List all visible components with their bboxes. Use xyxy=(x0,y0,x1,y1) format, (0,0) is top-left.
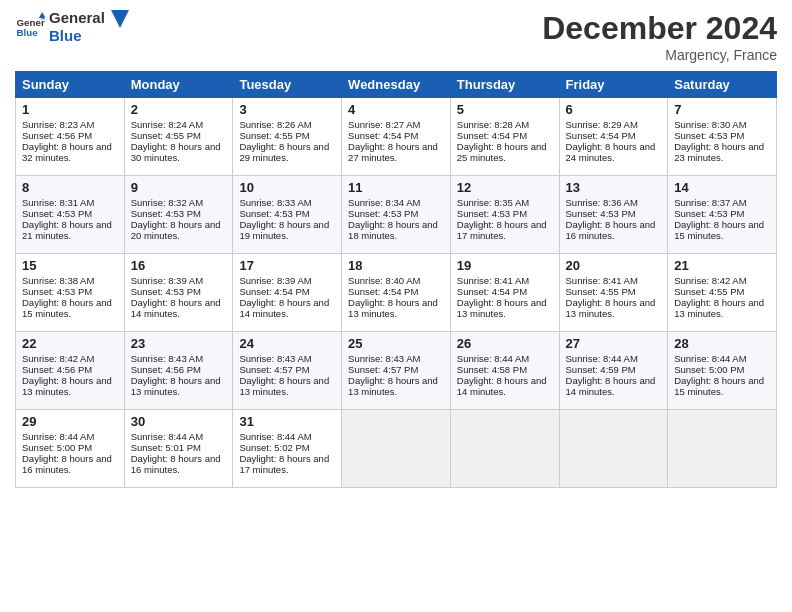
day-cell: 2 Sunrise: 8:24 AM Sunset: 4:55 PM Dayli… xyxy=(124,98,233,176)
daylight-label: Daylight: 8 hours and 25 minutes. xyxy=(457,141,547,163)
daylight-label: Daylight: 8 hours and 14 minutes. xyxy=(239,297,329,319)
sunset-label: Sunset: 4:54 PM xyxy=(457,130,527,141)
day-cell xyxy=(559,410,668,488)
day-number: 6 xyxy=(566,102,662,117)
svg-text:Blue: Blue xyxy=(17,27,39,38)
daylight-label: Daylight: 8 hours and 23 minutes. xyxy=(674,141,764,163)
sunrise-label: Sunrise: 8:44 AM xyxy=(239,431,311,442)
sunrise-label: Sunrise: 8:27 AM xyxy=(348,119,420,130)
daylight-label: Daylight: 8 hours and 20 minutes. xyxy=(131,219,221,241)
sunset-label: Sunset: 4:53 PM xyxy=(239,208,309,219)
daylight-label: Daylight: 8 hours and 15 minutes. xyxy=(674,375,764,397)
day-cell: 4 Sunrise: 8:27 AM Sunset: 4:54 PM Dayli… xyxy=(342,98,451,176)
day-cell: 14 Sunrise: 8:37 AM Sunset: 4:53 PM Dayl… xyxy=(668,176,777,254)
day-number: 24 xyxy=(239,336,335,351)
daylight-label: Daylight: 8 hours and 30 minutes. xyxy=(131,141,221,163)
day-number: 2 xyxy=(131,102,227,117)
logo-icon: General Blue xyxy=(15,12,45,42)
sunset-label: Sunset: 4:55 PM xyxy=(566,286,636,297)
day-number: 3 xyxy=(239,102,335,117)
sunset-label: Sunset: 4:53 PM xyxy=(566,208,636,219)
day-number: 12 xyxy=(457,180,553,195)
day-cell: 16 Sunrise: 8:39 AM Sunset: 4:53 PM Dayl… xyxy=(124,254,233,332)
daylight-label: Daylight: 8 hours and 24 minutes. xyxy=(566,141,656,163)
sunrise-label: Sunrise: 8:28 AM xyxy=(457,119,529,130)
sunset-label: Sunset: 4:56 PM xyxy=(22,130,92,141)
title-block: December 2024 Margency, France xyxy=(542,10,777,63)
sunrise-label: Sunrise: 8:37 AM xyxy=(674,197,746,208)
sunrise-label: Sunrise: 8:40 AM xyxy=(348,275,420,286)
day-cell: 28 Sunrise: 8:44 AM Sunset: 5:00 PM Dayl… xyxy=(668,332,777,410)
day-cell: 13 Sunrise: 8:36 AM Sunset: 4:53 PM Dayl… xyxy=(559,176,668,254)
day-cell: 3 Sunrise: 8:26 AM Sunset: 4:55 PM Dayli… xyxy=(233,98,342,176)
daylight-label: Daylight: 8 hours and 13 minutes. xyxy=(239,375,329,397)
sunset-label: Sunset: 4:53 PM xyxy=(22,286,92,297)
sunrise-label: Sunrise: 8:43 AM xyxy=(131,353,203,364)
sunrise-label: Sunrise: 8:44 AM xyxy=(566,353,638,364)
day-cell: 17 Sunrise: 8:39 AM Sunset: 4:54 PM Dayl… xyxy=(233,254,342,332)
day-number: 26 xyxy=(457,336,553,351)
sunset-label: Sunset: 4:53 PM xyxy=(131,286,201,297)
sunrise-label: Sunrise: 8:34 AM xyxy=(348,197,420,208)
day-cell: 10 Sunrise: 8:33 AM Sunset: 4:53 PM Dayl… xyxy=(233,176,342,254)
day-number: 25 xyxy=(348,336,444,351)
day-cell: 27 Sunrise: 8:44 AM Sunset: 4:59 PM Dayl… xyxy=(559,332,668,410)
daylight-label: Daylight: 8 hours and 32 minutes. xyxy=(22,141,112,163)
day-number: 14 xyxy=(674,180,770,195)
day-cell: 12 Sunrise: 8:35 AM Sunset: 4:53 PM Dayl… xyxy=(450,176,559,254)
day-cell: 30 Sunrise: 8:44 AM Sunset: 5:01 PM Dayl… xyxy=(124,410,233,488)
sunrise-label: Sunrise: 8:38 AM xyxy=(22,275,94,286)
day-number: 1 xyxy=(22,102,118,117)
sunrise-label: Sunrise: 8:39 AM xyxy=(239,275,311,286)
daylight-label: Daylight: 8 hours and 29 minutes. xyxy=(239,141,329,163)
sunset-label: Sunset: 4:53 PM xyxy=(674,130,744,141)
col-monday: Monday xyxy=(124,72,233,98)
day-cell: 22 Sunrise: 8:42 AM Sunset: 4:56 PM Dayl… xyxy=(16,332,125,410)
sunset-label: Sunset: 4:54 PM xyxy=(457,286,527,297)
sunset-label: Sunset: 4:53 PM xyxy=(22,208,92,219)
day-number: 29 xyxy=(22,414,118,429)
day-cell: 19 Sunrise: 8:41 AM Sunset: 4:54 PM Dayl… xyxy=(450,254,559,332)
sunset-label: Sunset: 4:54 PM xyxy=(348,286,418,297)
sunset-label: Sunset: 4:53 PM xyxy=(674,208,744,219)
sunset-label: Sunset: 4:56 PM xyxy=(22,364,92,375)
day-number: 7 xyxy=(674,102,770,117)
logo-triangle-icon xyxy=(111,10,129,28)
day-number: 21 xyxy=(674,258,770,273)
day-cell: 18 Sunrise: 8:40 AM Sunset: 4:54 PM Dayl… xyxy=(342,254,451,332)
daylight-label: Daylight: 8 hours and 16 minutes. xyxy=(131,453,221,475)
svg-text:General: General xyxy=(17,17,46,28)
day-cell: 20 Sunrise: 8:41 AM Sunset: 4:55 PM Dayl… xyxy=(559,254,668,332)
month-title: December 2024 xyxy=(542,10,777,47)
daylight-label: Daylight: 8 hours and 13 minutes. xyxy=(674,297,764,319)
sunrise-label: Sunrise: 8:42 AM xyxy=(22,353,94,364)
logo: General Blue General Blue xyxy=(15,10,129,45)
day-number: 5 xyxy=(457,102,553,117)
day-cell: 5 Sunrise: 8:28 AM Sunset: 4:54 PM Dayli… xyxy=(450,98,559,176)
svg-marker-4 xyxy=(111,10,129,28)
sunrise-label: Sunrise: 8:31 AM xyxy=(22,197,94,208)
col-sunday: Sunday xyxy=(16,72,125,98)
daylight-label: Daylight: 8 hours and 13 minutes. xyxy=(131,375,221,397)
logo-blue: Blue xyxy=(49,28,129,45)
daylight-label: Daylight: 8 hours and 27 minutes. xyxy=(348,141,438,163)
day-cell: 29 Sunrise: 8:44 AM Sunset: 5:00 PM Dayl… xyxy=(16,410,125,488)
week-row-3: 15 Sunrise: 8:38 AM Sunset: 4:53 PM Dayl… xyxy=(16,254,777,332)
daylight-label: Daylight: 8 hours and 13 minutes. xyxy=(348,297,438,319)
day-number: 19 xyxy=(457,258,553,273)
sunrise-label: Sunrise: 8:43 AM xyxy=(239,353,311,364)
col-tuesday: Tuesday xyxy=(233,72,342,98)
day-number: 4 xyxy=(348,102,444,117)
sunset-label: Sunset: 4:56 PM xyxy=(131,364,201,375)
day-number: 13 xyxy=(566,180,662,195)
daylight-label: Daylight: 8 hours and 13 minutes. xyxy=(348,375,438,397)
day-cell: 24 Sunrise: 8:43 AM Sunset: 4:57 PM Dayl… xyxy=(233,332,342,410)
day-number: 11 xyxy=(348,180,444,195)
sunrise-label: Sunrise: 8:26 AM xyxy=(239,119,311,130)
sunset-label: Sunset: 4:54 PM xyxy=(348,130,418,141)
sunrise-label: Sunrise: 8:35 AM xyxy=(457,197,529,208)
page: General Blue General Blue December 2024 … xyxy=(0,0,792,612)
header: General Blue General Blue December 2024 … xyxy=(15,10,777,63)
sunrise-label: Sunrise: 8:33 AM xyxy=(239,197,311,208)
day-cell: 11 Sunrise: 8:34 AM Sunset: 4:53 PM Dayl… xyxy=(342,176,451,254)
